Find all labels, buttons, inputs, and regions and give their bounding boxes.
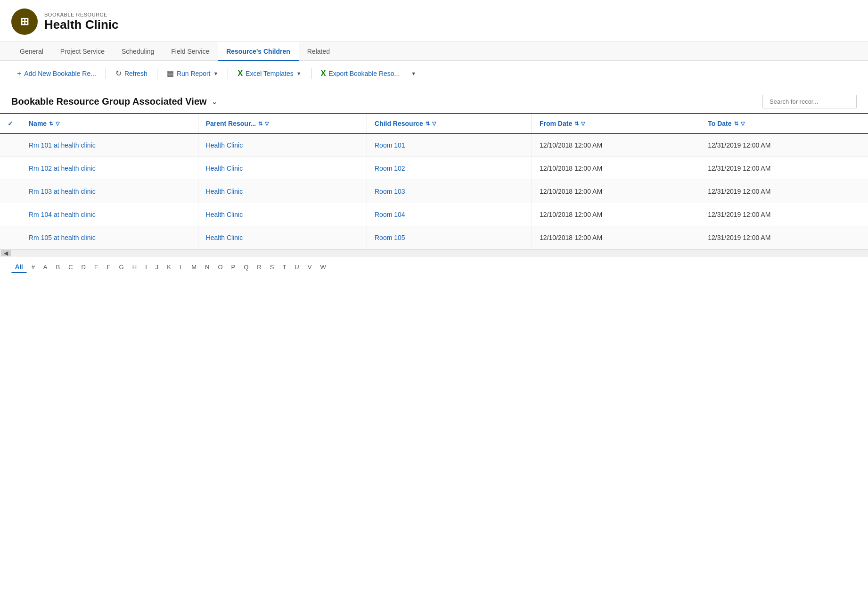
view-title[interactable]: Bookable Resource Group Associated View … bbox=[11, 96, 217, 107]
row-child-resource[interactable]: Room 101 bbox=[367, 133, 532, 157]
col-child-resource: Child Resource ⇅ ▽ bbox=[367, 114, 532, 133]
row-child-resource[interactable]: Room 104 bbox=[367, 203, 532, 226]
export-icon: X bbox=[321, 69, 326, 78]
col-child-sort[interactable]: ⇅ bbox=[426, 121, 430, 127]
alpha-nav-item-q[interactable]: Q bbox=[240, 262, 252, 272]
refresh-button[interactable]: ↻ Refresh bbox=[110, 66, 153, 81]
run-report-button[interactable]: ▦ Run Report ▼ bbox=[161, 66, 224, 81]
row-child-link[interactable]: Room 105 bbox=[375, 234, 405, 241]
row-name[interactable]: Rm 104 at health clinic bbox=[21, 203, 198, 226]
tab-resources-children[interactable]: Resource's Children bbox=[218, 42, 299, 61]
tab-related[interactable]: Related bbox=[299, 42, 338, 61]
row-checkbox[interactable] bbox=[0, 133, 21, 157]
row-child-link[interactable]: Room 103 bbox=[375, 188, 405, 195]
row-name[interactable]: Rm 102 at health clinic bbox=[21, 157, 198, 180]
table-row[interactable]: Rm 103 at health clinic Health Clinic Ro… bbox=[0, 180, 868, 203]
table-row[interactable]: Rm 101 at health clinic Health Clinic Ro… bbox=[0, 133, 868, 157]
row-parent-link[interactable]: Health Clinic bbox=[206, 211, 243, 218]
row-child-link[interactable]: Room 104 bbox=[375, 211, 405, 218]
alpha-nav-item-e[interactable]: E bbox=[90, 262, 102, 272]
alpha-nav-item-s[interactable]: S bbox=[266, 262, 278, 272]
col-parent-sort[interactable]: ⇅ bbox=[258, 121, 262, 127]
col-parent-filter[interactable]: ▽ bbox=[265, 121, 269, 127]
row-name-link[interactable]: Rm 105 at health clinic bbox=[29, 234, 96, 241]
alpha-nav-item-b[interactable]: B bbox=[52, 262, 64, 272]
row-name-link[interactable]: Rm 102 at health clinic bbox=[29, 165, 96, 172]
col-name-filter[interactable]: ▽ bbox=[56, 121, 59, 127]
row-parent-link[interactable]: Health Clinic bbox=[206, 234, 243, 241]
scroll-left-button[interactable]: ◀ bbox=[1, 250, 11, 256]
alpha-nav-item-a[interactable]: A bbox=[40, 262, 51, 272]
alpha-nav-item-o[interactable]: O bbox=[214, 262, 226, 272]
row-child-link[interactable]: Room 102 bbox=[375, 165, 405, 172]
row-parent-resource[interactable]: Health Clinic bbox=[198, 133, 367, 157]
row-checkbox[interactable] bbox=[0, 180, 21, 203]
export-more-button[interactable]: ▼ bbox=[407, 67, 420, 80]
alpha-nav-item-j[interactable]: J bbox=[152, 262, 163, 272]
alpha-nav-item-n[interactable]: N bbox=[201, 262, 213, 272]
row-parent-link[interactable]: Health Clinic bbox=[206, 188, 243, 195]
select-all-checkmark[interactable]: ✓ bbox=[8, 120, 13, 127]
tab-scheduling[interactable]: Scheduling bbox=[113, 42, 163, 61]
alpha-nav-item-h[interactable]: H bbox=[129, 262, 140, 272]
export-more-chevron: ▼ bbox=[411, 71, 416, 76]
row-name[interactable]: Rm 101 at health clinic bbox=[21, 133, 198, 157]
row-parent-resource[interactable]: Health Clinic bbox=[198, 203, 367, 226]
tab-project-service[interactable]: Project Service bbox=[52, 42, 113, 61]
table-row[interactable]: Rm 105 at health clinic Health Clinic Ro… bbox=[0, 226, 868, 249]
alpha-nav-item-w[interactable]: W bbox=[316, 262, 329, 272]
row-child-resource[interactable]: Room 102 bbox=[367, 157, 532, 180]
alpha-nav-item-t[interactable]: T bbox=[278, 262, 290, 272]
col-from-sort[interactable]: ⇅ bbox=[574, 121, 579, 127]
row-checkbox[interactable] bbox=[0, 226, 21, 249]
row-checkbox[interactable] bbox=[0, 157, 21, 180]
row-name[interactable]: Rm 103 at health clinic bbox=[21, 180, 198, 203]
col-name-sort[interactable]: ⇅ bbox=[49, 121, 53, 127]
row-checkbox[interactable] bbox=[0, 203, 21, 226]
alpha-nav-item-k[interactable]: K bbox=[163, 262, 175, 272]
record-type-label: BOOKABLE RESOURCE bbox=[44, 12, 118, 17]
row-child-resource[interactable]: Room 103 bbox=[367, 180, 532, 203]
col-child-filter[interactable]: ▽ bbox=[432, 121, 436, 127]
row-parent-resource[interactable]: Health Clinic bbox=[198, 157, 367, 180]
col-to-sort[interactable]: ⇅ bbox=[734, 121, 738, 127]
horizontal-scroll-bar[interactable]: ◀ bbox=[0, 249, 868, 256]
tab-general[interactable]: General bbox=[11, 42, 52, 61]
alpha-nav-item-m[interactable]: M bbox=[188, 262, 200, 272]
search-input[interactable] bbox=[762, 95, 857, 108]
alpha-nav-item-i[interactable]: I bbox=[141, 262, 151, 272]
alpha-nav-item-#[interactable]: # bbox=[28, 262, 39, 272]
row-name[interactable]: Rm 105 at health clinic bbox=[21, 226, 198, 249]
col-to-filter[interactable]: ▽ bbox=[741, 121, 745, 127]
alpha-nav-item-f[interactable]: F bbox=[103, 262, 115, 272]
row-parent-link[interactable]: Health Clinic bbox=[206, 141, 243, 149]
alpha-nav-item-r[interactable]: R bbox=[253, 262, 265, 272]
alpha-nav-item-v[interactable]: V bbox=[304, 262, 316, 272]
alpha-nav-item-c[interactable]: C bbox=[65, 262, 76, 272]
row-parent-resource[interactable]: Health Clinic bbox=[198, 226, 367, 249]
alpha-nav-item-d[interactable]: D bbox=[78, 262, 90, 272]
row-child-resource[interactable]: Room 105 bbox=[367, 226, 532, 249]
col-from-filter[interactable]: ▽ bbox=[581, 121, 585, 127]
alpha-nav-item-all[interactable]: All bbox=[11, 261, 27, 273]
col-name-label: Name bbox=[29, 120, 47, 127]
row-name-link[interactable]: Rm 103 at health clinic bbox=[29, 188, 96, 195]
table-row[interactable]: Rm 102 at health clinic Health Clinic Ro… bbox=[0, 157, 868, 180]
row-parent-link[interactable]: Health Clinic bbox=[206, 165, 243, 172]
alpha-nav-item-l[interactable]: L bbox=[176, 262, 187, 272]
row-child-link[interactable]: Room 101 bbox=[375, 141, 405, 149]
export-button[interactable]: X Export Bookable Reso... bbox=[315, 66, 406, 81]
alpha-nav-item-g[interactable]: G bbox=[115, 262, 128, 272]
excel-templates-button[interactable]: X Excel Templates ▼ bbox=[232, 66, 307, 81]
row-name-link[interactable]: Rm 101 at health clinic bbox=[29, 141, 96, 149]
tab-field-service[interactable]: Field Service bbox=[163, 42, 218, 61]
avatar: ⊞ bbox=[11, 8, 38, 35]
alpha-nav-item-u[interactable]: U bbox=[291, 262, 303, 272]
excel-templates-label: Excel Templates bbox=[246, 70, 294, 77]
table-row[interactable]: Rm 104 at health clinic Health Clinic Ro… bbox=[0, 203, 868, 226]
col-parent-label: Parent Resour... bbox=[206, 120, 256, 127]
alpha-nav-item-p[interactable]: P bbox=[228, 262, 239, 272]
row-name-link[interactable]: Rm 104 at health clinic bbox=[29, 211, 96, 218]
add-new-button[interactable]: + Add New Bookable Re... bbox=[11, 66, 102, 81]
row-parent-resource[interactable]: Health Clinic bbox=[198, 180, 367, 203]
